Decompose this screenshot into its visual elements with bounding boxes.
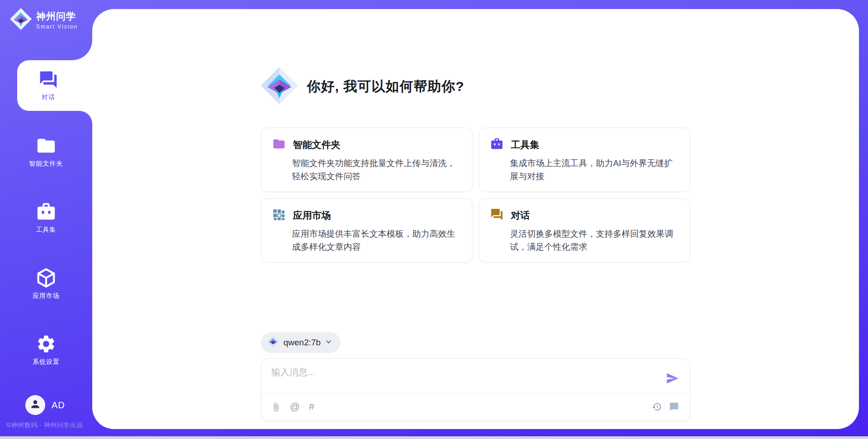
card-description: 灵活切换多模型文件，支持多样回复效果调试，满足个性化需求 [510, 227, 679, 254]
send-icon[interactable] [665, 372, 679, 385]
user-profile[interactable]: AD [25, 395, 65, 415]
card-title: 应用市场 [293, 209, 331, 222]
assistant-diamond-icon [261, 67, 298, 106]
chat-bubble-icon[interactable] [669, 402, 679, 412]
card-toolset[interactable]: 工具集 集成市场上主流工具，助力AI与外界无缝扩展与对接 [479, 128, 690, 192]
mention-icon[interactable]: @ [290, 402, 300, 412]
card-app-market[interactable]: 应用市场 应用市场提供丰富长文本模板，助力高效生成多样化文章内容 [261, 198, 472, 262]
attachment-icon[interactable] [271, 402, 281, 412]
cube-grid-icon [272, 208, 286, 223]
hash-icon[interactable]: # [309, 402, 314, 412]
model-selector[interactable]: qwen2:7b [261, 332, 340, 353]
person-icon [29, 398, 41, 412]
card-title: 工具集 [511, 138, 539, 151]
sidebar-item-settings[interactable]: 系统设置 [0, 324, 92, 375]
card-description: 智能文件夹功能支持批量文件上传与清洗，轻松实现文件问答 [292, 157, 461, 183]
message-composer: @ # [261, 358, 690, 421]
sidebar-item-chat[interactable]: 对话 [17, 60, 92, 111]
user-name: AD [52, 400, 65, 410]
sidebar-item-label: 工具集 [36, 226, 57, 234]
chevron-down-icon [325, 338, 332, 347]
app-subtitle: Smart Vision [36, 24, 78, 30]
gear-icon [36, 334, 57, 354]
message-input[interactable] [271, 366, 656, 393]
card-title: 智能文件夹 [293, 138, 340, 151]
sidebar-item-label: 系统设置 [33, 358, 60, 366]
sidebar: 神州问学 Smart Vision 对话 智能文件夹 [0, 0, 92, 436]
feature-cards: 智能文件夹 智能文件夹功能支持批量文件上传与清洗，轻松实现文件问答 工具集 集 [261, 128, 690, 262]
card-chat[interactable]: 对话 灵活切换多模型文件，支持多样回复效果调试，满足个性化需求 [479, 198, 690, 262]
sidebar-item-label: 应用市场 [33, 292, 60, 300]
sidebar-item-toolset[interactable]: 工具集 [0, 192, 92, 243]
app-logo: 神州问学 Smart Vision [10, 8, 78, 32]
model-diamond-icon [267, 336, 279, 349]
card-description: 集成市场上主流工具，助力AI与外界无缝扩展与对接 [510, 157, 679, 183]
sidebar-item-smart-folder[interactable]: 智能文件夹 [0, 126, 92, 177]
greeting: 你好, 我可以如何帮助你? [261, 67, 690, 106]
card-description: 应用市场提供丰富长文本模板，助力高效生成多样化文章内容 [292, 227, 461, 254]
sidebar-item-label: 智能文件夹 [29, 160, 63, 168]
cube-icon [36, 267, 57, 288]
greeting-title: 你好, 我可以如何帮助你? [307, 77, 464, 96]
composer-toolbar: @ # [261, 393, 690, 420]
main-panel: 你好, 我可以如何帮助你? 智能文件夹 智能文件夹功能支持批量文件上传与清洗，轻… [92, 9, 859, 429]
sidebar-footer: ©神州数码 · 神州问学出品 [6, 421, 83, 429]
briefcase-icon [490, 137, 504, 153]
model-name: qwen2:7b [283, 338, 321, 348]
toolbox-icon [36, 201, 57, 222]
app-title: 神州问学 [36, 10, 78, 23]
horizontal-scrollbar[interactable] [0, 436, 868, 439]
card-title: 对话 [511, 209, 530, 222]
user-avatar [25, 395, 45, 415]
history-icon[interactable] [652, 402, 662, 412]
sidebar-nav: 对话 智能文件夹 工具集 [0, 60, 92, 391]
card-smart-folder[interactable]: 智能文件夹 智能文件夹功能支持批量文件上传与清洗，轻松实现文件问答 [261, 128, 472, 192]
chat-icon [490, 208, 504, 223]
sidebar-item-app-market[interactable]: 应用市场 [0, 258, 92, 309]
chat-icon [38, 70, 58, 90]
logo-diamond-icon [10, 8, 32, 32]
folder-icon [36, 135, 57, 156]
sidebar-item-label: 对话 [42, 93, 55, 101]
folder-icon [272, 137, 286, 153]
